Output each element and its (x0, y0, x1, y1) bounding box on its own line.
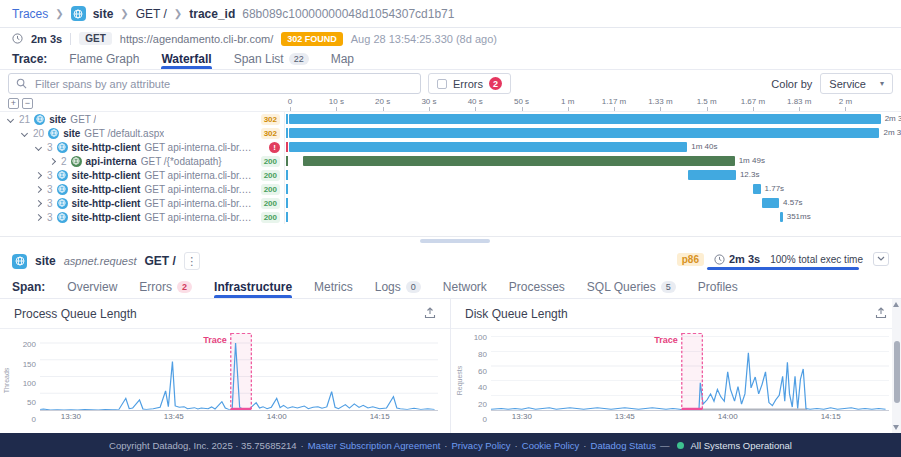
axis-tick-label: 10 s (329, 97, 344, 106)
errors-checkbox[interactable] (437, 79, 447, 89)
axis-tick-label: 1.5 m (697, 97, 717, 106)
span-filter[interactable] (8, 73, 421, 94)
status-code-badge: 302 (261, 128, 280, 139)
footer-link-master-subscription-agreement[interactable]: Master Subscription Agreement (308, 440, 441, 451)
span-service-name: site (35, 254, 56, 268)
span-duration-label: 4.57s (779, 198, 803, 208)
axis-tick-mark (383, 107, 384, 111)
trace-duration: 2m 3s (31, 33, 62, 45)
scroll-up-icon[interactable] (893, 302, 899, 307)
waterfall-span-row[interactable]: 3site-http-clientGET api-interna.cli-br.… (0, 210, 901, 224)
span-duration-bar[interactable] (289, 114, 880, 124)
span-duration-label: 2m 3s (881, 114, 901, 124)
y-tick-label: 20 (478, 400, 487, 409)
search-icon (16, 78, 27, 89)
waterfall-span-row[interactable]: 3site-http-clientGET api-interna.cli-br.… (0, 182, 901, 196)
footer-link-cookie-policy[interactable]: Cookie Policy (522, 440, 580, 451)
tab-count-badge: 22 (289, 53, 309, 65)
span-start-tick (286, 184, 288, 194)
export-icon[interactable] (875, 305, 887, 323)
status-code-badge: 200 (261, 198, 280, 209)
footer-link-datadog-status[interactable]: Datadog Status (591, 440, 657, 451)
infrastructure-charts: Process Queue LengthThreads501001502000T… (0, 299, 901, 433)
tab-flame-graph[interactable]: Flame Graph (69, 49, 139, 69)
errors-filter[interactable]: Errors 2 (428, 73, 511, 94)
breadcrumb: Traces ❯ site ❯ GET / ❯ trace_id 68b089c… (0, 0, 901, 28)
span-service: site (63, 128, 80, 139)
scrollbar-thumb[interactable] (894, 341, 900, 403)
export-icon[interactable] (424, 305, 436, 323)
chevron-right-icon[interactable] (35, 185, 42, 192)
waterfall-span-row[interactable]: 3site-http-clientGET api-interna.cli-br.… (0, 168, 901, 182)
tab-waterfall[interactable]: Waterfall (161, 49, 211, 69)
span-duration-bar[interactable] (289, 142, 687, 152)
chevron-right-icon[interactable] (35, 213, 42, 220)
tab-overview[interactable]: Overview (67, 276, 117, 298)
service-globe-icon (71, 156, 82, 167)
span-start-tick (286, 128, 288, 138)
service-globe-icon (48, 128, 59, 139)
span-count: 20 (33, 128, 44, 139)
color-by-select[interactable]: Service ▾ (820, 73, 893, 94)
axis-tick-mark (429, 107, 430, 111)
waterfall-span-row[interactable]: 2api-internaGET /{*odatapath}2001m 49s (0, 154, 901, 168)
axis-tick-mark (568, 107, 569, 111)
tab-span-list[interactable]: Span List22 (234, 49, 309, 69)
collapse-all-button[interactable]: − (22, 98, 33, 109)
axis-tick-mark (522, 107, 523, 111)
waterfall-span-row[interactable]: 21siteGET /3022m 3s (0, 112, 901, 126)
tab-metrics[interactable]: Metrics (314, 276, 353, 298)
waterfall-span-row[interactable]: 3site-http-clientGET api-interna.cli-br.… (0, 140, 901, 154)
tab-sql-queries[interactable]: SQL Queries5 (587, 276, 676, 298)
footer-dash: — (660, 440, 670, 451)
resize-handle[interactable] (420, 239, 490, 243)
axis-tick-mark (290, 107, 291, 111)
span-operation-name: aspnet.request (64, 255, 137, 267)
scrollbar[interactable] (892, 299, 901, 433)
tab-label: Profiles (698, 280, 738, 294)
span-filter-input[interactable] (33, 77, 413, 91)
waterfall-span-row[interactable]: 3site-http-clientGET api-interna.cli-br.… (0, 196, 901, 210)
collapse-panel-icon[interactable] (873, 252, 889, 266)
service-globe-icon (57, 142, 68, 153)
service-globe-icon (71, 6, 86, 21)
breadcrumb-operation[interactable]: GET / (136, 7, 167, 21)
span-duration-bar[interactable] (289, 128, 879, 138)
footer-link-privacy-policy[interactable]: Privacy Policy (451, 440, 510, 451)
axis-tick-label: 1.83 m (787, 97, 811, 106)
chevron-down-icon[interactable] (35, 143, 42, 150)
chevron-right-icon[interactable] (35, 171, 42, 178)
span-duration-bar[interactable] (753, 184, 760, 194)
chart-title: Process Queue Length (14, 307, 137, 321)
tab-map[interactable]: Map (331, 49, 354, 69)
waterfall-panel: + − 010 s20 s30 s40 s50 s1 m1.17 m1.33 m… (0, 96, 901, 232)
chevron-right-icon[interactable] (35, 199, 42, 206)
expand-all-button[interactable]: + (8, 98, 19, 109)
y-axis-title: Threads (3, 368, 10, 394)
scroll-down-icon[interactable] (893, 425, 899, 430)
tab-profiles[interactable]: Profiles (698, 276, 738, 298)
tab-infrastructure[interactable]: Infrastructure (214, 276, 292, 298)
waterfall-span-row[interactable]: 20siteGET /default.aspx3022m 3s (0, 126, 901, 140)
tab-logs[interactable]: Logs0 (375, 276, 421, 298)
y-tick-label: 200 (23, 340, 36, 349)
span-service: api-interna (86, 156, 137, 167)
chevron-down-icon[interactable] (21, 129, 28, 136)
span-duration-bar[interactable] (762, 198, 779, 208)
chevron-down-icon[interactable] (7, 115, 14, 122)
axis-tick-mark (845, 107, 846, 111)
service-globe-icon (34, 114, 45, 125)
breadcrumb-traces-link[interactable]: Traces (12, 7, 48, 21)
kebab-menu-icon[interactable]: ⋮ (184, 252, 200, 270)
tab-network[interactable]: Network (443, 276, 487, 298)
error-icon: ! (269, 142, 280, 153)
breadcrumb-service[interactable]: site (93, 7, 114, 21)
errors-count-badge: 2 (489, 77, 502, 90)
tab-processes[interactable]: Processes (509, 276, 565, 298)
chevron-right-icon[interactable] (49, 157, 56, 164)
span-count: 3 (47, 212, 53, 223)
span-duration-bar[interactable] (303, 156, 734, 166)
span-duration-bar[interactable] (688, 170, 735, 180)
footer-separator: · (515, 440, 518, 451)
tab-errors[interactable]: Errors2 (139, 276, 192, 298)
